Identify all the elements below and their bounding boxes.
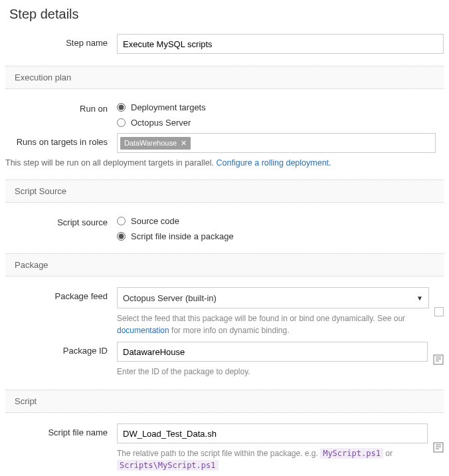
run-on-server-option[interactable]: Octopus Server bbox=[117, 118, 206, 128]
step-name-input[interactable] bbox=[117, 34, 444, 54]
role-tag-text: DataWarehouse bbox=[124, 139, 177, 147]
script-source-package-text: Script file inside a package bbox=[131, 231, 234, 241]
role-tag-remove-icon[interactable]: ✕ bbox=[181, 139, 187, 148]
package-feed-doc-link[interactable]: documentation bbox=[117, 326, 169, 335]
run-on-label: Run on bbox=[5, 100, 117, 114]
package-id-helper: Enter the ID of the package to deploy. bbox=[117, 366, 428, 378]
parallel-note-text: This step will be run on all deployment … bbox=[5, 158, 217, 168]
script-file-row: Script file name The relative path to th… bbox=[5, 423, 444, 471]
section-script: Script bbox=[5, 390, 444, 413]
script-source-code-text: Source code bbox=[131, 216, 179, 226]
step-name-row: Step name bbox=[5, 34, 444, 54]
package-feed-bind-checkbox[interactable] bbox=[434, 307, 444, 316]
run-on-server-radio[interactable] bbox=[117, 118, 126, 127]
script-file-input[interactable] bbox=[117, 423, 428, 443]
parallel-note: This step will be run on all deployment … bbox=[5, 158, 444, 168]
run-on-targets-radio[interactable] bbox=[117, 103, 126, 112]
svg-rect-4 bbox=[434, 443, 443, 452]
parallel-note-link[interactable]: Configure a rolling deployment. bbox=[217, 158, 331, 168]
chevron-down-icon: ▼ bbox=[416, 295, 423, 302]
script-file-helper: The relative path to the script file wit… bbox=[117, 447, 428, 471]
package-feed-value: Octopus Server (built-in) bbox=[123, 293, 217, 303]
roles-input[interactable]: DataWarehouse ✕ bbox=[117, 133, 436, 153]
package-id-input[interactable] bbox=[117, 342, 428, 362]
package-id-row: Package ID Enter the ID of the package t… bbox=[5, 342, 444, 378]
role-tag[interactable]: DataWarehouse ✕ bbox=[120, 137, 191, 150]
roles-row: Runs on targets in roles DataWarehouse ✕ bbox=[5, 133, 444, 153]
script-source-package-radio[interactable] bbox=[117, 232, 126, 241]
section-execution-plan: Execution plan bbox=[5, 66, 444, 89]
script-source-code-option[interactable]: Source code bbox=[117, 216, 234, 226]
step-name-label: Step name bbox=[5, 34, 117, 48]
script-source-package-option[interactable]: Script file inside a package bbox=[117, 231, 234, 241]
script-source-label: Script source bbox=[5, 213, 117, 227]
script-example-1: MyScript.ps1 bbox=[320, 448, 383, 459]
package-feed-helper: Select the feed that this package will b… bbox=[117, 312, 429, 336]
svg-rect-0 bbox=[434, 355, 443, 364]
run-on-row: Run on Deployment targets Octopus Server bbox=[5, 100, 444, 128]
package-feed-label: Package feed bbox=[5, 287, 117, 301]
script-source-code-radio[interactable] bbox=[117, 217, 126, 225]
run-on-server-text: Octopus Server bbox=[131, 118, 191, 128]
package-feed-select[interactable]: Octopus Server (built-in) ▼ bbox=[117, 287, 429, 308]
roles-label: Runs on targets in roles bbox=[5, 133, 117, 147]
script-file-label: Script file name bbox=[5, 423, 117, 437]
run-on-targets-text: Deployment targets bbox=[131, 102, 206, 112]
package-feed-row: Package feed Octopus Server (built-in) ▼… bbox=[5, 287, 444, 336]
script-example-2: Scripts\MyScript.ps1 bbox=[117, 460, 219, 471]
variable-bind-icon[interactable] bbox=[433, 354, 444, 365]
variable-bind-icon[interactable] bbox=[433, 442, 444, 453]
section-script-source: Script Source bbox=[5, 179, 444, 203]
package-id-label: Package ID bbox=[5, 342, 117, 356]
section-package: Package bbox=[5, 253, 444, 277]
run-on-targets-option[interactable]: Deployment targets bbox=[117, 102, 206, 112]
page-title: Step details bbox=[9, 7, 444, 22]
script-source-row: Script source Source code Script file in… bbox=[5, 213, 444, 241]
